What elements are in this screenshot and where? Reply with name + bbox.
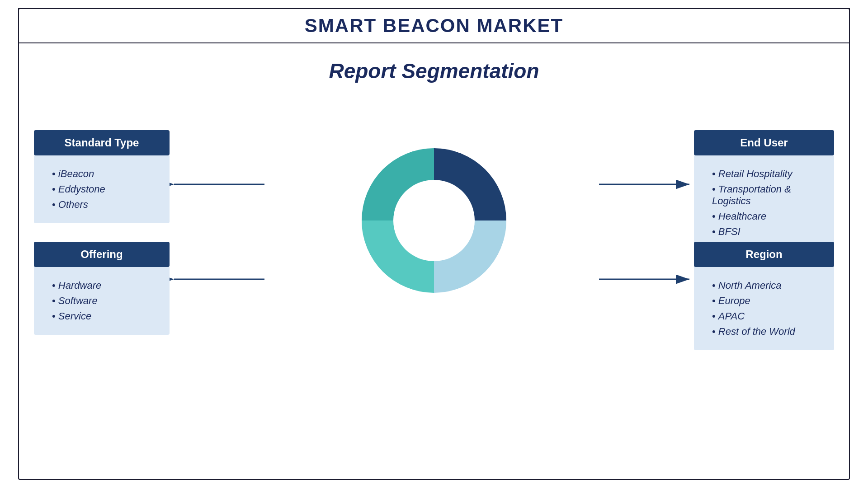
list-item: Service xyxy=(47,310,156,322)
svg-point-0 xyxy=(393,180,475,261)
region-list: North America Europe APAC Rest of the Wo… xyxy=(708,280,821,338)
list-item: iBeacon xyxy=(47,168,156,180)
offering-list: Hardware Software Service xyxy=(47,280,156,322)
standard-type-panel: Standard Type iBeacon Eddystone Others xyxy=(34,130,170,223)
standard-type-list: iBeacon Eddystone Others xyxy=(47,168,156,211)
list-item: Retail Hospitality xyxy=(708,168,821,180)
title-bar: SMART BEACON MARKET xyxy=(18,8,850,43)
arrow-right-bottom xyxy=(594,275,694,284)
donut-chart xyxy=(335,112,533,329)
arrow-left-top xyxy=(170,180,269,189)
region-header: Region xyxy=(694,242,834,267)
arrow-right-top-svg xyxy=(594,180,694,189)
list-item: Rest of the World xyxy=(708,326,821,338)
standard-type-body: iBeacon Eddystone Others xyxy=(34,155,170,223)
standard-type-header: Standard Type xyxy=(34,130,170,155)
report-subtitle: Report Segmentation xyxy=(0,59,868,83)
list-item: Healthcare xyxy=(708,211,821,222)
region-body: North America Europe APAC Rest of the Wo… xyxy=(694,267,834,350)
offering-body: Hardware Software Service xyxy=(34,267,170,335)
donut-chart-container xyxy=(330,108,538,333)
arrow-left-top-svg xyxy=(170,180,269,189)
arrow-left-bottom xyxy=(170,275,269,284)
list-item: Hardware xyxy=(47,280,156,291)
arrow-right-top xyxy=(594,180,694,189)
list-item: Eddystone xyxy=(47,183,156,195)
list-item: Software xyxy=(47,295,156,307)
page-title: SMART BEACON MARKET xyxy=(305,15,563,37)
region-panel: Region North America Europe APAC Rest of… xyxy=(694,242,834,350)
end-user-header: End User xyxy=(694,130,834,155)
list-item: Others xyxy=(47,199,156,211)
offering-header: Offering xyxy=(34,242,170,267)
arrow-right-bottom-svg xyxy=(594,275,694,284)
offering-panel: Offering Hardware Software Service xyxy=(34,242,170,335)
list-item: APAC xyxy=(708,310,821,322)
list-item: Transportation & Logistics xyxy=(708,183,821,207)
end-user-list: Retail Hospitality Transportation & Logi… xyxy=(708,168,821,253)
list-item: North America xyxy=(708,280,821,291)
list-item: BFSI xyxy=(708,226,821,238)
arrow-left-bottom-svg xyxy=(170,275,269,284)
list-item: Europe xyxy=(708,295,821,307)
